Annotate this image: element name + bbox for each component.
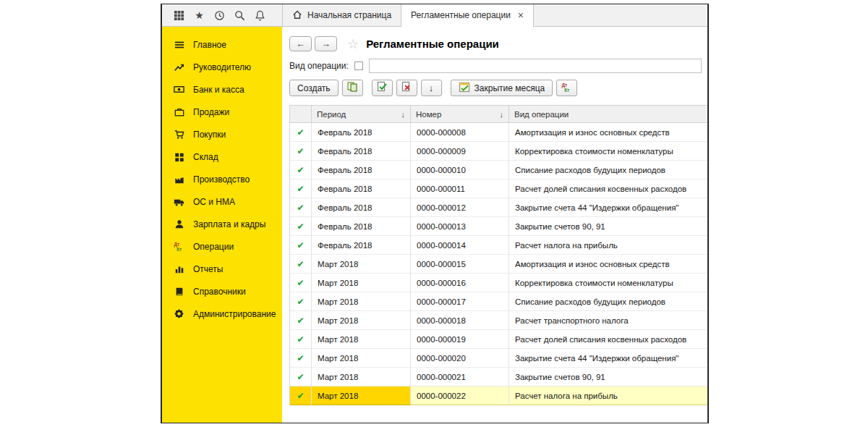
- cell-operation[interactable]: Закрытие счетов 90, 91: [509, 368, 707, 386]
- cell-period[interactable]: Февраль 2018: [312, 142, 411, 161]
- cell-number[interactable]: 0000-000017: [411, 292, 509, 311]
- tab-home[interactable]: Начальная страница: [282, 4, 401, 26]
- sidebar-item-dtkt[interactable]: ДтКтОперации: [162, 235, 282, 258]
- history-icon[interactable]: [213, 9, 226, 22]
- cell-operation[interactable]: Амортизация и износ основных средств: [509, 123, 707, 142]
- table-row[interactable]: ✔Февраль 20180000-000014Расчет налога на…: [290, 236, 707, 255]
- column-header-operation[interactable]: Вид операции: [509, 106, 707, 122]
- favorites-icon[interactable]: ★: [193, 9, 205, 22]
- cell-number[interactable]: 0000-000012: [411, 198, 509, 217]
- forward-button[interactable]: →: [315, 36, 337, 51]
- cell-number[interactable]: 0000-000014: [411, 236, 509, 255]
- table-row[interactable]: ✔Февраль 20180000-000013Закрытие счетов …: [290, 217, 707, 236]
- cell-period[interactable]: Февраль 2018: [312, 198, 411, 217]
- cell-period[interactable]: Февраль 2018: [312, 217, 411, 236]
- cell-operation[interactable]: Закрытие счета 44 "Издержки обращения": [509, 198, 707, 217]
- create-button[interactable]: Создать: [289, 80, 339, 96]
- cell-period[interactable]: Февраль 2018: [312, 236, 411, 255]
- sidebar-item-bank[interactable]: Банк и касса: [162, 78, 282, 101]
- table-row[interactable]: ✔Февраль 20180000-000010Списание расходо…: [290, 161, 707, 179]
- cell-operation[interactable]: Закрытие счетов 90, 91: [509, 217, 707, 236]
- table-row[interactable]: ✔Февраль 20180000-000009Корректировка ст…: [290, 142, 707, 161]
- cell-number[interactable]: 0000-000018: [411, 311, 509, 330]
- month-close-button[interactable]: Закрытие месяца: [451, 80, 553, 96]
- copy-button[interactable]: [342, 80, 363, 96]
- cell-period[interactable]: Март 2018: [312, 330, 411, 349]
- cell-period[interactable]: Март 2018: [312, 386, 411, 405]
- tab-reglament-operations[interactable]: Регламентные операции ×: [401, 4, 534, 26]
- cell-period[interactable]: Март 2018: [312, 349, 411, 368]
- cell-period[interactable]: Февраль 2018: [312, 179, 411, 198]
- cell-period[interactable]: Март 2018: [312, 255, 411, 274]
- cell-number[interactable]: 0000-000019: [411, 330, 509, 349]
- table-row[interactable]: ✔Февраль 20180000-000008Амортизация и из…: [290, 123, 707, 142]
- sidebar-item-truck[interactable]: ОС и НМА: [162, 190, 282, 213]
- table-row[interactable]: ✔Февраль 20180000-000011Расчет долей спи…: [290, 179, 707, 198]
- close-icon[interactable]: ×: [518, 9, 524, 21]
- tab-bar: Начальная страница Регламентные операции…: [282, 4, 707, 26]
- back-button[interactable]: ←: [289, 36, 312, 51]
- table-row[interactable]: ✔Февраль 20180000-000012Закрытие счета 4…: [290, 198, 707, 217]
- table-row[interactable]: ✔Март 20180000-000022Расчет налога на пр…: [290, 386, 707, 405]
- sidebar-item-sales[interactable]: Продажи: [162, 101, 282, 123]
- cell-period[interactable]: Март 2018: [312, 292, 411, 311]
- post-document-button[interactable]: [372, 80, 393, 96]
- column-header-number[interactable]: Номер ↓: [411, 106, 509, 122]
- cell-number[interactable]: 0000-000016: [411, 274, 509, 292]
- sidebar-item-book[interactable]: Справочники: [162, 280, 282, 303]
- table-row[interactable]: ✔Март 20180000-000018Расчет транспортног…: [290, 311, 707, 330]
- cell-operation[interactable]: Расчет налога на прибыль: [509, 386, 707, 405]
- column-header-posted[interactable]: [290, 106, 312, 122]
- cell-operation[interactable]: Корректировка стоимости номенклатуры: [509, 274, 707, 292]
- cell-number[interactable]: 0000-000008: [411, 123, 509, 142]
- sidebar-item-warehouse[interactable]: Склад: [162, 145, 282, 168]
- cell-number[interactable]: 0000-000011: [411, 179, 509, 198]
- operation-type-checkbox[interactable]: [354, 62, 363, 70]
- cell-operation[interactable]: Корректировка стоимости номенклатуры: [509, 142, 707, 161]
- cell-period[interactable]: Март 2018: [312, 274, 411, 292]
- operation-type-input[interactable]: [369, 59, 702, 73]
- unpost-document-button[interactable]: [396, 80, 417, 96]
- cell-number[interactable]: 0000-000020: [411, 349, 509, 368]
- cell-operation[interactable]: Списание расходов будущих периодов: [509, 161, 707, 179]
- notifications-bell-icon[interactable]: [254, 9, 266, 22]
- cell-operation[interactable]: Расчет долей списания косвенных расходов: [509, 330, 707, 349]
- cell-period[interactable]: Март 2018: [312, 368, 411, 386]
- cell-period[interactable]: Февраль 2018: [312, 161, 411, 179]
- cell-period[interactable]: Февраль 2018: [312, 123, 411, 142]
- favorite-star-icon[interactable]: ☆: [347, 38, 359, 51]
- sidebar-item-gear[interactable]: Администрирование: [162, 303, 282, 325]
- command-bar: Создать: [282, 77, 707, 102]
- search-icon[interactable]: [234, 9, 246, 22]
- cell-number[interactable]: 0000-000021: [411, 368, 509, 386]
- table-row[interactable]: ✔Март 20180000-000015Амортизация и износ…: [290, 255, 707, 274]
- cell-number[interactable]: 0000-000022: [411, 386, 509, 405]
- table-row[interactable]: ✔Март 20180000-000017Списание расходов б…: [290, 292, 707, 311]
- table-row[interactable]: ✔Март 20180000-000021Закрытие счетов 90,…: [290, 368, 707, 386]
- apps-menu-icon[interactable]: [173, 9, 185, 22]
- sidebar-item-person[interactable]: Зарплата и кадры: [162, 213, 282, 235]
- dt-kt-button[interactable]: ДтКт: [556, 80, 577, 96]
- column-header-period[interactable]: Период ↓: [312, 106, 411, 122]
- table-row[interactable]: ✔Март 20180000-000020Закрытие счета 44 "…: [290, 349, 707, 368]
- sidebar-item-cart[interactable]: Покупки: [162, 123, 282, 145]
- cell-operation[interactable]: Расчет долей списания косвенных расходов: [509, 179, 707, 198]
- cell-operation[interactable]: Амортизация и износ основных средств: [509, 255, 707, 274]
- table-row[interactable]: ✔Март 20180000-000019Расчет долей списан…: [290, 330, 707, 349]
- cell-period[interactable]: Март 2018: [312, 311, 411, 330]
- cell-operation[interactable]: Списание расходов будущих периодов: [509, 292, 707, 311]
- sidebar-item-chart[interactable]: Руководителю: [162, 56, 282, 78]
- sidebar-item-label: ОС и НМА: [193, 197, 235, 207]
- sidebar-item-reports[interactable]: Отчеты: [162, 258, 282, 280]
- cell-operation[interactable]: Расчет транспортного налога: [509, 311, 707, 330]
- cell-number[interactable]: 0000-000013: [411, 217, 509, 236]
- cell-number[interactable]: 0000-000010: [411, 161, 509, 179]
- cell-operation[interactable]: Закрытие счета 44 "Издержки обращения": [509, 349, 707, 368]
- move-down-button[interactable]: ↓: [421, 80, 442, 96]
- table-row[interactable]: ✔Март 20180000-000016Корректировка стоим…: [290, 274, 707, 292]
- cell-number[interactable]: 0000-000009: [411, 142, 509, 161]
- sidebar-item-main[interactable]: Главное: [162, 33, 282, 56]
- cell-operation[interactable]: Расчет налога на прибыль: [509, 236, 707, 255]
- sidebar-item-production[interactable]: Производство: [162, 168, 282, 190]
- cell-number[interactable]: 0000-000015: [411, 255, 509, 274]
